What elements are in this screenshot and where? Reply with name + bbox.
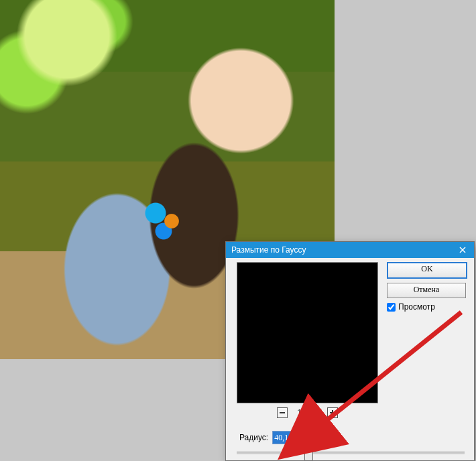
plus-icon-v: [332, 410, 333, 415]
dialog-body: 100% OK Отмена Просмотр Радиус: Пикселы: [226, 258, 474, 271]
preview-checkbox[interactable]: [387, 303, 396, 312]
zoom-in-button[interactable]: [327, 407, 338, 418]
gaussian-blur-dialog: Размытие по Гауссу 100% OK Отмена Просмо…: [225, 241, 475, 461]
radius-label: Радиус:: [239, 433, 268, 442]
minus-icon: [280, 412, 285, 413]
slider-thumb[interactable]: [304, 448, 313, 461]
dialog-title: Размытие по Гауссу: [231, 245, 451, 255]
radius-unit: Пикселы: [310, 433, 343, 442]
zoom-level: 100%: [297, 408, 318, 417]
preview-thumbnail[interactable]: [237, 262, 378, 403]
ok-button[interactable]: OK: [387, 262, 467, 279]
photo-detail: [143, 201, 184, 241]
radius-input[interactable]: [272, 431, 306, 444]
radius-slider[interactable]: [237, 447, 465, 458]
radius-row: Радиус: Пикселы: [239, 431, 343, 444]
dialog-titlebar[interactable]: Размытие по Гауссу: [226, 242, 474, 258]
close-icon: [459, 247, 466, 253]
zoom-bar: 100%: [237, 407, 378, 419]
close-button[interactable]: [451, 242, 474, 258]
zoom-out-button[interactable]: [277, 407, 288, 418]
dialog-button-column: OK Отмена Просмотр: [387, 262, 465, 312]
preview-checkbox-label: Просмотр: [398, 302, 435, 312]
preview-checkbox-row[interactable]: Просмотр: [387, 302, 465, 312]
slider-track: [237, 452, 465, 454]
cancel-button[interactable]: Отмена: [387, 283, 466, 298]
